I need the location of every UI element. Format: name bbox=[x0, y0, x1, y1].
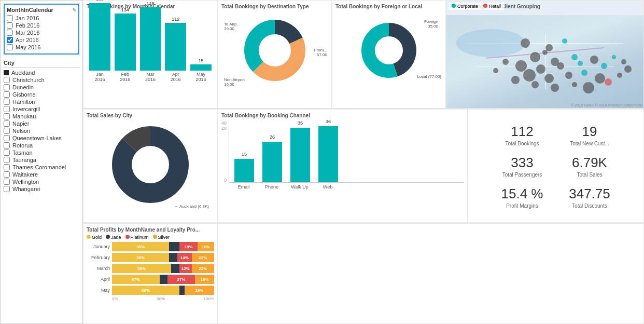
month-checkbox[interactable] bbox=[7, 30, 13, 36]
kpi-box: 6.79KTotal Sales bbox=[556, 151, 623, 182]
city-filter-item: Christchurch bbox=[4, 77, 79, 83]
bar-rect bbox=[115, 14, 136, 71]
map-panel: Total Passengers by Client Grouping Corp… bbox=[446, 0, 644, 109]
stacked-bar-row: January 58% 19% 16% bbox=[87, 242, 214, 251]
city-label: Wellington bbox=[12, 179, 39, 185]
city-checkbox[interactable] bbox=[4, 128, 10, 134]
dest-value-nonairport: 16.00 bbox=[224, 82, 245, 87]
channel-bar: 36 bbox=[318, 126, 338, 182]
legend-dot bbox=[87, 235, 91, 239]
month-checkbox[interactable] bbox=[7, 22, 13, 29]
left-panel: MonthInCalendar ✎ Jan 2016Feb 2016Mar 20… bbox=[0, 0, 83, 324]
city-label: Hamilton bbox=[12, 99, 35, 105]
kpi-label: Total Bookings bbox=[491, 141, 554, 146]
month-filter-item: Jan 2016 bbox=[7, 15, 76, 21]
bookings-bar-chart: 158 Jan2016 134 Feb2016 148 Mar2016 112 … bbox=[87, 15, 214, 82]
bar-value-label: 15 bbox=[199, 58, 204, 63]
kpi-box: 15.4 %Profit Margins bbox=[488, 182, 556, 213]
city-filter-item: Auckland bbox=[4, 70, 79, 76]
foreign-label: Foreign bbox=[424, 19, 438, 24]
city-filter-item: Nelson bbox=[4, 128, 79, 134]
city-checkbox[interactable] bbox=[4, 84, 10, 90]
city-label: Tauranga bbox=[12, 157, 36, 163]
map-legend: Corporate Retail bbox=[449, 3, 504, 10]
city-checkbox[interactable] bbox=[4, 171, 10, 178]
sbar-platinum: 19% bbox=[179, 242, 198, 251]
loyalty-legend-item: Gold bbox=[87, 235, 102, 240]
city-checkbox[interactable] bbox=[4, 150, 10, 156]
city-checkbox[interactable] bbox=[4, 157, 10, 163]
main-content: Total Bookings by MonthInCalendar 158 Ja… bbox=[83, 0, 644, 324]
city-checkbox[interactable] bbox=[4, 142, 10, 148]
channel-chart-panel: Total Bookings by Booking Channel 40 20 … bbox=[218, 109, 468, 223]
legend-label: Gold bbox=[92, 235, 102, 240]
city-filter-item: Hamilton bbox=[4, 99, 79, 105]
city-filter-item: Tasman bbox=[4, 150, 79, 156]
local-label: Local (77.00) bbox=[417, 74, 441, 79]
map-dot bbox=[521, 38, 530, 48]
stacked-bars-container: January 58% 19% 16% February 56% 14% 22%… bbox=[87, 242, 214, 295]
bar-value-label: 148 bbox=[146, 1, 154, 6]
bar-month-label: Mar2016 bbox=[145, 72, 156, 82]
destination-donut-svg bbox=[241, 17, 309, 84]
sbar-platinum: 27% bbox=[167, 275, 195, 284]
month-checkbox[interactable] bbox=[7, 37, 13, 43]
legend-label: Silver bbox=[158, 235, 170, 240]
city-checkbox[interactable] bbox=[4, 164, 10, 170]
channel-bar-label: Email bbox=[234, 184, 254, 190]
city-checkbox[interactable] bbox=[4, 135, 10, 141]
bookings-chart-panel: Total Bookings by MonthInCalendar 158 Ja… bbox=[83, 0, 218, 109]
foreign-chart-title: Total Bookings by Foreign or Local bbox=[335, 4, 442, 9]
map-legend-retail: Retail bbox=[489, 4, 501, 9]
channel-bar-label: Phone bbox=[262, 184, 282, 190]
legend-dot bbox=[106, 235, 110, 239]
sbar-platinum: 12% bbox=[179, 264, 192, 273]
map-dot bbox=[565, 72, 572, 79]
filter-title: MonthInCalendar ✎ bbox=[7, 7, 76, 13]
map-dot bbox=[493, 68, 498, 73]
city-checkbox[interactable] bbox=[4, 113, 10, 119]
city-donut-svg bbox=[111, 126, 189, 204]
city-checkbox[interactable] bbox=[4, 91, 10, 98]
city-checkbox[interactable] bbox=[4, 120, 10, 127]
dest-label-nonairport: Non Airport bbox=[224, 77, 245, 82]
city-checkbox[interactable] bbox=[4, 186, 10, 192]
booking-bar-group: 148 Mar2016 bbox=[140, 1, 161, 82]
month-checkbox[interactable] bbox=[7, 44, 13, 50]
channel-chart-title: Total Bookings by Booking Channel bbox=[221, 113, 464, 118]
sbar-month-label: March bbox=[87, 266, 110, 271]
city-checkbox[interactable] bbox=[4, 99, 10, 105]
kpi-value: 15.4 % bbox=[491, 186, 554, 202]
stacked-bar-row: April 47% 27% 19% bbox=[87, 275, 214, 284]
month-checkbox[interactable] bbox=[7, 15, 13, 21]
map-dot bbox=[536, 64, 545, 74]
city-filter-item: Rotorua bbox=[4, 142, 79, 148]
kpi-box: 19Total New Cust... bbox=[556, 119, 623, 151]
city-checkbox[interactable] bbox=[4, 106, 10, 112]
bar-rect bbox=[89, 3, 110, 71]
city-filter-item: Wellington bbox=[4, 179, 79, 185]
city-checkbox[interactable] bbox=[4, 77, 10, 83]
city-label: Manukau bbox=[12, 113, 36, 119]
sbar-month-label: May bbox=[87, 288, 110, 293]
stacked-bar-row: May 66% 29% bbox=[87, 286, 214, 295]
stacked-bar-row: March 58% 12% 22% bbox=[87, 264, 214, 273]
sbar-jade bbox=[169, 242, 179, 251]
kpi-label: Total Passengers bbox=[491, 172, 554, 178]
channel-bar-value: 35 bbox=[298, 120, 303, 126]
city-label: Tasman bbox=[12, 150, 33, 156]
kpi-label: Total Sales bbox=[558, 172, 621, 178]
channel-y-axis: 40 20 0 bbox=[221, 120, 227, 183]
legend-label: Platinum bbox=[131, 235, 149, 240]
channel-bar-value: 36 bbox=[326, 119, 331, 124]
city-filter-item: Dunedin bbox=[4, 84, 79, 90]
map-legend-corporate: Corporate bbox=[457, 4, 478, 9]
bot-row: Total Profits by MonthName and Loyalty P… bbox=[83, 223, 644, 324]
dest-value-airport: 39.00 bbox=[224, 26, 240, 31]
eraser-icon[interactable]: ✎ bbox=[72, 7, 76, 13]
bar-month-label: May2016 bbox=[196, 72, 206, 82]
loyalty-legend-item: Platinum bbox=[125, 235, 149, 240]
map-dot bbox=[530, 52, 540, 62]
city-checkbox[interactable] bbox=[4, 179, 10, 185]
city-filter-item: Gisborne bbox=[4, 91, 79, 98]
